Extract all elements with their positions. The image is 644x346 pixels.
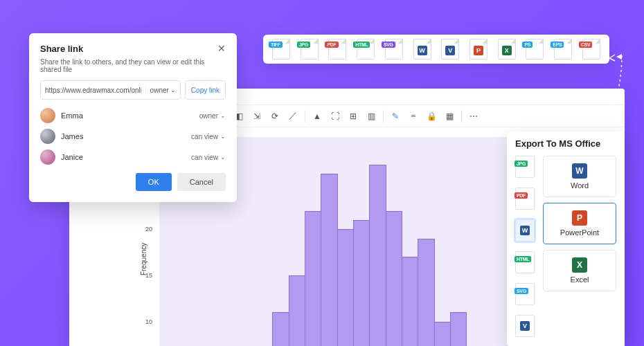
user-name: James xyxy=(61,132,83,140)
format-PDF[interactable]: PDF xyxy=(515,188,535,210)
format-V[interactable]: V xyxy=(439,38,461,60)
toolbar-insert-icon[interactable]: ⊞ xyxy=(346,109,361,124)
format-PS[interactable]: PS xyxy=(524,38,546,60)
chevron-down-icon: ⌄ xyxy=(220,154,226,161)
histogram-bar xyxy=(450,312,467,346)
avatar xyxy=(40,149,55,165)
histogram-bar xyxy=(418,239,434,346)
y-axis-label: Frequency xyxy=(140,243,147,275)
format-JPG[interactable]: JPG xyxy=(298,38,321,60)
export-card-excel[interactable]: XExcel xyxy=(543,250,616,291)
histogram-bar xyxy=(305,211,321,346)
toolbar-lock-icon[interactable]: 🔒 xyxy=(424,109,439,124)
export-panel-title: Export To MS Office xyxy=(515,138,616,149)
toolbar-line-icon[interactable]: ／ xyxy=(285,109,301,124)
user-role-selector[interactable]: owner⌄ xyxy=(199,112,226,120)
share-link-field: owner⌄ xyxy=(40,80,181,100)
format-X[interactable]: X xyxy=(496,38,518,60)
share-user-row: Jamescan view⌄ xyxy=(40,129,226,144)
powerpoint-icon: P xyxy=(572,210,587,226)
toolbar-more-icon[interactable]: ⋯ xyxy=(466,109,481,124)
avatar xyxy=(40,129,55,144)
format-TIFF[interactable]: TIFF xyxy=(270,38,292,60)
histogram-bar xyxy=(386,211,402,346)
share-subtitle: Share the link to others, and they can v… xyxy=(40,58,226,73)
word-icon: W xyxy=(572,163,587,179)
user-name: Emma xyxy=(61,111,83,120)
format-W[interactable]: W xyxy=(411,38,433,60)
format-JPG[interactable]: JPG xyxy=(515,156,535,178)
share-user-row: Janicecan view⌄ xyxy=(40,149,226,165)
histogram-bar xyxy=(337,229,354,346)
format-EPS[interactable]: EPS xyxy=(552,38,574,60)
histogram-bar xyxy=(434,322,451,346)
toolbar-image-icon[interactable]: ▥ xyxy=(364,109,379,124)
export-card-label: Word xyxy=(571,181,589,190)
export-panel: Export To MS Office JPGPDFWHTMLSVGV WWor… xyxy=(507,131,625,346)
format-CSV[interactable]: CSV xyxy=(580,38,602,60)
chevron-down-icon: ⌄ xyxy=(220,133,226,140)
format-SVG[interactable]: SVG xyxy=(383,38,405,60)
toolbar-send-icon[interactable]: ⇲ xyxy=(249,109,265,124)
export-office-cards: WWordPPowerPointXExcel xyxy=(543,156,616,337)
export-card-powerpoint[interactable]: PPowerPoint xyxy=(543,203,616,244)
toolbar-grid-icon[interactable]: ▦ xyxy=(442,109,457,124)
chevron-down-icon: ⌄ xyxy=(220,112,226,119)
share-user-list: Emmaowner⌄Jamescan view⌄Janicecan view⌄ xyxy=(40,108,226,165)
export-card-word[interactable]: WWord xyxy=(543,156,616,197)
export-card-label: PowerPoint xyxy=(560,228,599,237)
toolbar-pen-icon[interactable]: ✎ xyxy=(388,109,403,124)
export-card-label: Excel xyxy=(571,275,589,284)
histogram-bar xyxy=(402,257,418,346)
format-W[interactable]: W xyxy=(515,219,535,242)
share-role-selector[interactable]: owner⌄ xyxy=(145,86,180,94)
format-HTML[interactable]: HTML xyxy=(355,38,377,60)
export-format-list: JPGPDFWHTMLSVGV xyxy=(515,156,535,337)
histogram-bar xyxy=(272,312,289,346)
toolbar-equal-icon[interactable]: ＝ xyxy=(406,109,421,124)
histogram-bar xyxy=(321,174,337,346)
share-title: Share link xyxy=(40,44,83,54)
histogram-bar xyxy=(369,165,386,346)
close-icon[interactable]: ✕ xyxy=(217,43,226,54)
toolbar-crop-icon[interactable]: ⛶ xyxy=(328,109,343,124)
share-dialog: Share link ✕ Share the link to others, a… xyxy=(29,33,237,202)
user-name: Janice xyxy=(61,153,83,161)
avatar xyxy=(40,108,55,123)
user-role-selector[interactable]: can view⌄ xyxy=(191,133,226,140)
chevron-down-icon: ⌄ xyxy=(170,86,176,93)
share-link-input[interactable] xyxy=(41,86,145,94)
user-role-selector[interactable]: can view⌄ xyxy=(191,154,226,161)
histogram-bar xyxy=(289,275,305,346)
format-SVG[interactable]: SVG xyxy=(515,283,535,305)
format-HTML[interactable]: HTML xyxy=(515,251,535,273)
format-PDF[interactable]: PDF xyxy=(326,38,348,60)
toolbar-rotate-icon[interactable]: ⟳ xyxy=(267,109,283,124)
excel-icon: X xyxy=(572,257,587,273)
share-user-row: Emmaowner⌄ xyxy=(40,108,226,123)
toolbar-fill-icon[interactable]: ▲ xyxy=(310,109,325,124)
copy-link-button[interactable]: Copy link xyxy=(185,80,226,100)
cancel-button[interactable]: Cancel xyxy=(177,173,226,191)
svg-marker-0 xyxy=(616,54,622,60)
ok-button[interactable]: OK xyxy=(136,173,172,191)
histogram-bar xyxy=(353,220,370,346)
format-P[interactable]: P xyxy=(467,38,490,60)
export-format-strip: TIFFJPGPDFHTMLSVGWVPXPSEPSCSV xyxy=(263,35,609,64)
format-V[interactable]: V xyxy=(515,315,535,337)
